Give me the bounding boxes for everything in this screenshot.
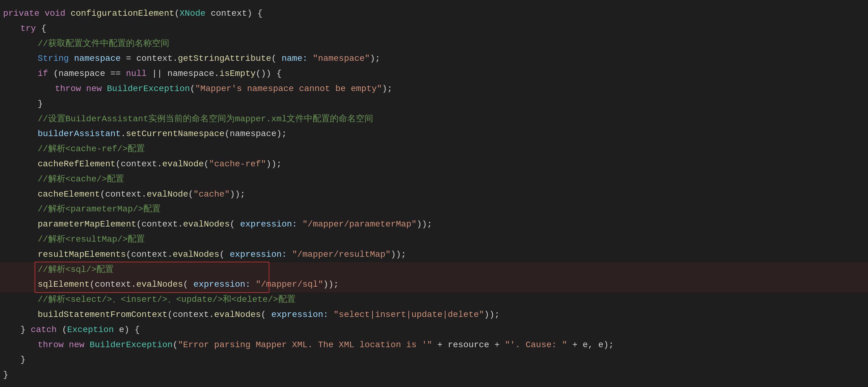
token-plain: (context.: [167, 310, 214, 319]
code-line: cacheRefElement(context.evalNode("cache-…: [0, 157, 868, 172]
token-plain: (context.: [116, 159, 162, 169]
token-kw: try: [21, 24, 41, 33]
token-plain: ));: [484, 310, 499, 319]
code-line: //解析<cache/>配置: [0, 172, 868, 187]
token-plain: );: [382, 84, 393, 94]
token-plain: (: [183, 280, 194, 289]
code-editor: private void configurationElement(XNode …: [0, 0, 868, 387]
code-line: parameterMapElement(context.evalNodes( e…: [0, 217, 868, 232]
token-fn: cacheElement: [38, 189, 100, 199]
token-plain: (: [173, 340, 178, 350]
token-fn: resultMapElements: [38, 250, 126, 259]
token-kw: private: [3, 9, 44, 18]
token-param-label: expression:: [271, 310, 334, 319]
code-line: //解析<sql/>配置: [0, 262, 868, 277]
token-str: "/mapper/parameterMap": [302, 219, 417, 229]
code-line: sqlElement(context.evalNodes( expression…: [0, 277, 868, 292]
code-line: cacheElement(context.evalNode("cache"));: [0, 187, 868, 202]
token-class-name: XNode: [180, 9, 206, 18]
token-str: "namespace": [313, 54, 370, 63]
token-plain: (: [188, 189, 193, 199]
code-line: //解析<select/>、<insert/>、<update/>和<delet…: [0, 292, 868, 307]
code-line: }: [0, 352, 868, 367]
token-fn: sqlElement: [38, 280, 90, 289]
token-plain: ));: [417, 219, 432, 229]
token-str: "/mapper/sql": [256, 280, 323, 289]
token-plain: (: [219, 250, 230, 259]
token-fn: parameterMapElement: [38, 219, 136, 229]
token-var: builderAssistant: [38, 129, 121, 139]
token-plain: + resource +: [432, 340, 505, 350]
token-fn: configurationElement: [70, 9, 174, 18]
code-line: private void configurationElement(XNode …: [0, 6, 868, 21]
token-str: "'. Cause: ": [505, 340, 567, 350]
token-fn: getStringAttribute: [178, 54, 271, 63]
token-plain: .: [121, 129, 126, 139]
token-plain: (: [230, 219, 240, 229]
token-fn: evalNodes: [173, 250, 219, 259]
token-kw: throw: [55, 84, 86, 94]
token-plain: (: [271, 54, 282, 63]
token-plain: }: [21, 325, 31, 335]
token-fn: evalNodes: [214, 310, 261, 319]
token-plain: + e, e);: [567, 340, 614, 350]
token-str: "cache": [193, 189, 230, 199]
code-line: throw new BuilderException("Mapper's nam…: [0, 81, 868, 97]
token-plain: }: [21, 355, 26, 364]
token-plain: (namespace);: [224, 129, 287, 139]
token-plain: ));: [323, 280, 339, 289]
code-line: //解析<parameterMap/>配置: [0, 202, 868, 217]
token-kw: new: [86, 84, 107, 94]
code-line: try {: [0, 21, 868, 36]
code-line: //设置BuilderAssistant实例当前的命名空间为mapper.xml…: [0, 112, 868, 127]
token-plain: context) {: [206, 9, 262, 18]
token-param-label: name:: [282, 54, 313, 63]
token-fn: cacheRefElement: [38, 159, 116, 169]
token-plain: (context.: [126, 250, 173, 259]
code-line: }: [0, 367, 868, 383]
token-plain: ));: [266, 159, 281, 169]
token-plain: );: [370, 54, 380, 63]
token-class-name: Exception: [67, 325, 114, 335]
token-comment: //解析<parameterMap/>配置: [38, 204, 161, 214]
token-str: "Mapper's namespace cannot be empty": [195, 84, 382, 94]
token-param-label: expression:: [240, 219, 302, 229]
token-var: namespace: [74, 54, 126, 63]
token-kw: if: [38, 69, 53, 78]
token-kw-blue: String: [38, 54, 74, 63]
token-plain: {: [41, 24, 46, 33]
token-comment: //获取配置文件中配置的名称空间: [38, 39, 169, 48]
token-plain: (: [175, 9, 180, 18]
token-plain: (namespace ==: [53, 69, 126, 78]
code-line: if (namespace == null || namespace.isEmp…: [0, 66, 868, 81]
code-line: throw new BuilderException("Error parsin…: [0, 338, 868, 353]
token-fn: setCurrentNamespace: [126, 129, 224, 139]
token-str: "/mapper/resultMap": [292, 250, 391, 259]
token-kw: catch: [31, 325, 62, 335]
token-class-name: BuilderException: [107, 84, 190, 94]
code-line: String namespace = context.getStringAttr…: [0, 51, 868, 66]
token-fn: isEmpty: [219, 69, 256, 78]
token-comment: //设置BuilderAssistant实例当前的命名空间为mapper.xml…: [38, 114, 373, 124]
token-plain: (context.: [136, 219, 183, 229]
code-line: builderAssistant.setCurrentNamespace(nam…: [0, 127, 868, 142]
token-plain: e) {: [114, 325, 140, 335]
token-plain: }: [38, 99, 43, 109]
code-line: buildStatementFromContext(context.evalNo…: [0, 307, 868, 322]
code-line: resultMapElements(context.evalNodes( exp…: [0, 247, 868, 262]
token-plain: (context.: [100, 189, 147, 199]
token-str: "Error parsing Mapper XML. The XML locat…: [178, 340, 432, 350]
token-param-label: expression:: [230, 250, 292, 259]
token-comment: //解析<cache-ref/>配置: [38, 144, 145, 154]
token-plain: || namespace.: [152, 69, 219, 78]
token-comment: //解析<sql/>配置: [38, 265, 114, 274]
token-fn: evalNodes: [183, 219, 230, 229]
code-line: }: [0, 97, 868, 112]
token-plain: ));: [391, 250, 406, 259]
token-kw: void: [44, 9, 70, 18]
token-fn: evalNodes: [136, 280, 183, 289]
token-fn: evalNode: [147, 189, 188, 199]
token-str: "cache-ref": [209, 159, 266, 169]
token-plain: (: [190, 84, 195, 94]
code-line: //获取配置文件中配置的名称空间: [0, 36, 868, 51]
